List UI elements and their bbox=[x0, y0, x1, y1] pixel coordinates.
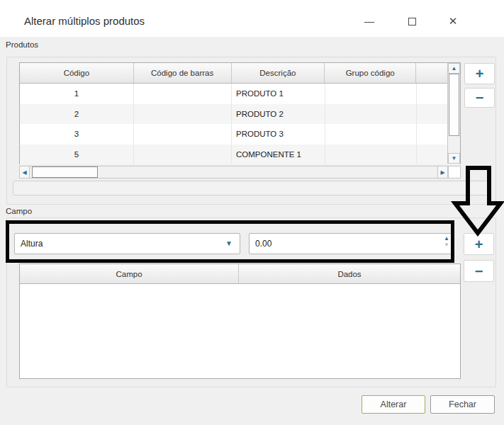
cell-codigo: 5 bbox=[20, 144, 134, 165]
cell-codigo-de-barras bbox=[134, 104, 232, 125]
vertical-scrollbar[interactable]: ▲ ▼ bbox=[447, 63, 460, 164]
column-header-grupo-codigo[interactable]: Grupo código bbox=[325, 63, 416, 83]
column-header-campo[interactable]: Campo bbox=[20, 264, 239, 283]
cell-descricao: PRODUTO 1 bbox=[232, 84, 325, 104]
chevron-down-icon: ▼ bbox=[225, 240, 233, 247]
produtos-filter-field[interactable] bbox=[13, 181, 491, 196]
campo-add-button[interactable]: + bbox=[464, 233, 494, 255]
column-header-descricao[interactable]: Descrição bbox=[232, 63, 325, 83]
minimize-icon: — bbox=[364, 16, 374, 27]
cell-codigo-de-barras bbox=[134, 124, 232, 144]
scroll-up-button[interactable]: ▲ bbox=[448, 63, 460, 74]
horizontal-scrollbar[interactable]: ◀ ▶ bbox=[19, 166, 448, 178]
fechar-button[interactable]: Fechar bbox=[430, 395, 495, 414]
campo-field-dropdown[interactable]: Altura ▼ bbox=[14, 233, 240, 254]
cell-grupo-codigo bbox=[325, 124, 417, 144]
campo-field-selected-value: Altura bbox=[15, 239, 43, 249]
scroll-left-icon: ◀ bbox=[22, 169, 26, 176]
minimize-button[interactable]: — bbox=[358, 11, 381, 32]
cell-descricao: COMPONENTE 1 bbox=[232, 144, 325, 165]
scroll-down-icon: ▼ bbox=[452, 155, 457, 162]
scroll-right-button[interactable]: ▶ bbox=[437, 166, 447, 178]
column-header-codigo-de-barras[interactable]: Código de barras bbox=[134, 63, 232, 83]
cell-descricao: PRODUTO 2 bbox=[232, 104, 325, 125]
column-header-dados[interactable]: Dados bbox=[239, 264, 460, 283]
cell-extra bbox=[417, 144, 449, 165]
produtos-table-header: Código Código de barras Descrição Grupo … bbox=[20, 63, 448, 84]
produtos-table: Código Código de barras Descrição Grupo … bbox=[19, 62, 461, 164]
campo-value-input[interactable] bbox=[250, 234, 434, 254]
scroll-down-button[interactable]: ▼ bbox=[448, 153, 460, 164]
cell-codigo: 1 bbox=[20, 84, 134, 104]
table-row[interactable]: 2 PRODUTO 2 bbox=[20, 104, 460, 125]
produtos-remove-button[interactable]: − bbox=[464, 88, 495, 108]
window-title: Alterar múltiplos produtos bbox=[24, 15, 145, 27]
cell-descricao: PRODUTO 3 bbox=[232, 124, 325, 144]
vertical-scrollbar-thumb[interactable] bbox=[449, 74, 459, 136]
dialog-alterar-multiplos-produtos: Alterar múltiplos produtos — ✕ Produtos … bbox=[0, 0, 504, 425]
cell-codigo-de-barras bbox=[134, 144, 232, 165]
campo-remove-button[interactable]: − bbox=[464, 260, 494, 282]
campo-value-spinbox: ▲ ▼ bbox=[249, 233, 454, 254]
close-button[interactable]: ✕ bbox=[442, 11, 464, 32]
scroll-left-button[interactable]: ◀ bbox=[20, 166, 30, 178]
table-row[interactable]: 5 COMPONENTE 1 bbox=[20, 144, 460, 165]
maximize-icon bbox=[408, 18, 416, 26]
close-icon: ✕ bbox=[449, 15, 458, 28]
horizontal-scrollbar-thumb[interactable] bbox=[32, 166, 98, 178]
column-header-codigo[interactable]: Código bbox=[20, 63, 134, 83]
maximize-button[interactable] bbox=[401, 11, 423, 32]
cell-codigo: 3 bbox=[20, 124, 134, 144]
cell-extra bbox=[417, 84, 449, 104]
cell-extra bbox=[417, 124, 449, 144]
column-header-extra[interactable] bbox=[416, 63, 448, 83]
cell-grupo-codigo bbox=[325, 144, 417, 165]
title-bar: Alterar múltiplos produtos — ✕ bbox=[0, 0, 504, 37]
alterar-button[interactable]: Alterar bbox=[362, 395, 425, 414]
campo-table: Campo Dados bbox=[19, 264, 461, 379]
cell-extra bbox=[417, 104, 449, 125]
scroll-up-icon: ▲ bbox=[452, 65, 457, 72]
produtos-group-label: Produtos bbox=[6, 40, 38, 49]
table-row[interactable]: 1 PRODUTO 1 bbox=[20, 84, 460, 104]
spin-down-icon[interactable]: ▼ bbox=[444, 242, 449, 248]
cell-codigo: 2 bbox=[20, 104, 134, 125]
cell-grupo-codigo bbox=[325, 84, 417, 104]
cell-codigo-de-barras bbox=[134, 84, 232, 104]
table-row[interactable]: 3 PRODUTO 3 bbox=[20, 124, 460, 144]
produtos-add-button[interactable]: + bbox=[464, 63, 495, 84]
cell-grupo-codigo bbox=[325, 104, 417, 125]
campo-group-label: Campo bbox=[6, 207, 32, 215]
scroll-right-icon: ▶ bbox=[440, 169, 444, 176]
scrollbar-corner bbox=[448, 166, 461, 178]
spin-up-icon[interactable]: ▲ bbox=[444, 236, 449, 242]
spinner-controls: ▲ ▼ bbox=[444, 236, 449, 248]
campo-table-header: Campo Dados bbox=[20, 264, 460, 284]
